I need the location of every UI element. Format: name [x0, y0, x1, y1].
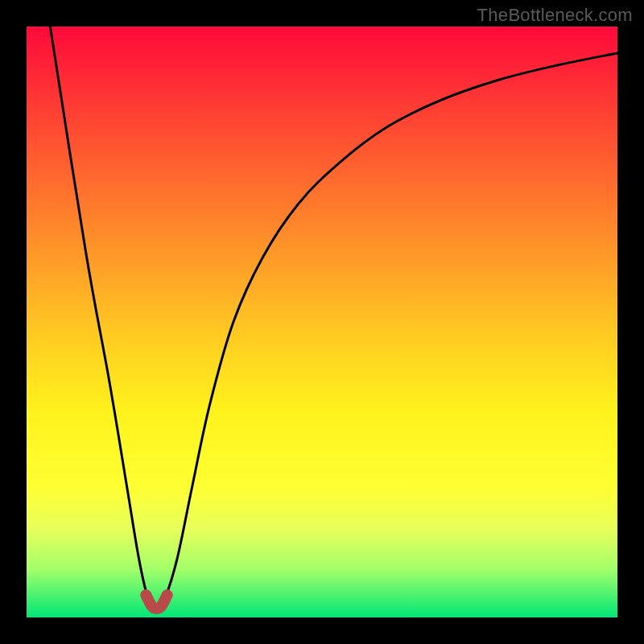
curve-minimum-highlight	[146, 595, 167, 609]
chart-svg	[27, 27, 617, 617]
watermark-label: TheBottleneck.com	[477, 5, 633, 26]
chart-plot-area	[27, 27, 617, 617]
bottleneck-curve	[50, 27, 617, 609]
chart-frame: TheBottleneck.com	[0, 0, 644, 644]
